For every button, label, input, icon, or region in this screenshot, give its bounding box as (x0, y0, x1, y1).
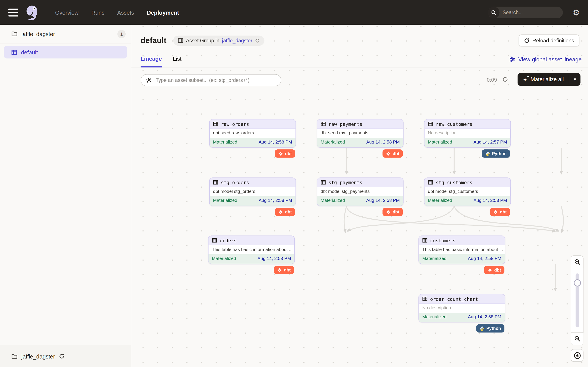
lineage-edges (131, 71, 588, 367)
asset-materialized-date: Aug 14, 2:58 PM (366, 139, 400, 146)
dbt-logo-icon (386, 209, 391, 214)
reload-definitions-button[interactable]: Reload definitions (519, 34, 579, 47)
asset-description: dbt model stg_customers (424, 187, 510, 196)
asset-name: stg_orders (221, 180, 249, 185)
sidebar-item-default-group[interactable]: default (4, 46, 127, 58)
asset-description: dbt seed raw_orders (209, 129, 295, 138)
asset-materialized-date: Aug 14, 2:58 PM (468, 256, 501, 262)
asset-name: raw_payments (329, 121, 363, 127)
dagster-app: Overview Runs Assets Deployment / ⚙ jaff (0, 0, 588, 367)
python-logo-icon (485, 151, 490, 156)
table-icon (428, 180, 433, 185)
asset-description: dbt model stg_orders (209, 187, 295, 196)
hamburger-menu-icon[interactable] (8, 8, 18, 17)
python-badge: Python (482, 150, 510, 158)
download-graph-button[interactable] (571, 349, 583, 362)
materialize-all-split-button: ✦ Materialize all ▼ (518, 73, 580, 86)
search-box[interactable]: / (488, 7, 563, 18)
asset-graph-icon (146, 77, 152, 83)
dbt-badge: dbt (490, 208, 510, 216)
materialize-dropdown-caret[interactable]: ▼ (569, 73, 580, 86)
materialize-all-button[interactable]: ✦ Materialize all (518, 73, 569, 86)
asset-group-pill[interactable]: Asset Group in jaffle_dagster (173, 35, 264, 45)
reload-repo-icon[interactable] (59, 353, 65, 359)
asset-node-raw-payments[interactable]: raw_payments dbt seed raw_payments Mater… (317, 119, 404, 148)
tab-list[interactable]: List (173, 56, 182, 67)
asset-name: stg_payments (329, 180, 363, 185)
table-icon (422, 296, 427, 301)
zoom-slider-handle[interactable] (574, 279, 581, 287)
asset-group-icon (11, 49, 17, 55)
asset-node-stg-payments[interactable]: stg_payments dbt model stg_payments Mate… (317, 178, 404, 206)
main-header: default Asset Group in jaffle_dagster Re… (131, 25, 588, 46)
nav-overview[interactable]: Overview (55, 9, 78, 16)
primary-nav: Overview Runs Assets Deployment (55, 9, 179, 16)
search-input[interactable] (500, 10, 563, 15)
asset-status: Materialized (321, 198, 345, 204)
dagster-logo-icon[interactable] (24, 4, 40, 21)
asset-materialized-date: Aug 14, 2:58 PM (468, 314, 501, 320)
table-icon (213, 121, 218, 126)
asset-subset-filter[interactable] (141, 74, 281, 86)
footer-repo-name: jaffle_dagster (21, 353, 55, 359)
dbt-badge: dbt (484, 266, 504, 274)
asset-status: Materialized (213, 139, 237, 146)
refresh-icon[interactable] (255, 38, 260, 43)
folder-icon (11, 31, 17, 37)
asset-status: Materialized (422, 256, 447, 262)
table-icon (321, 180, 326, 185)
asset-materialized-date: Aug 14, 2:58 PM (258, 256, 291, 262)
asset-materialized-date: Aug 14, 2:58 PM (473, 198, 507, 204)
asset-name: customers (430, 238, 455, 243)
search-icon (488, 7, 500, 18)
asset-materialized-date: Aug 14, 2:58 PM (259, 198, 292, 204)
asset-description: This table has basic information about .… (419, 245, 505, 254)
asset-node-raw-customers[interactable]: raw_customers No description Materialize… (424, 119, 511, 148)
dbt-logo-icon (278, 151, 283, 156)
asset-node-stg-orders[interactable]: stg_orders dbt model stg_orders Material… (209, 178, 296, 206)
gear-icon[interactable]: ⚙ (573, 8, 580, 17)
lineage-graph[interactable]: 0:09 ✦ Materialize all ▼ raw_orders dbt … (131, 71, 588, 367)
tab-lineage[interactable]: Lineage (141, 56, 162, 67)
dbt-badge: dbt (275, 150, 295, 158)
dbt-badge: dbt (383, 150, 403, 158)
zoom-out-button[interactable] (571, 333, 583, 345)
nav-right: / ⚙ (488, 7, 580, 18)
graph-refresh-icon[interactable] (502, 76, 508, 82)
zoom-in-button[interactable] (571, 255, 583, 268)
asset-name: raw_orders (221, 121, 249, 127)
dbt-logo-icon (386, 151, 391, 156)
top-nav: Overview Runs Assets Deployment / ⚙ (0, 0, 588, 25)
zoom-slider[interactable] (571, 268, 583, 333)
asset-description: No description (424, 129, 510, 138)
nav-deployment[interactable]: Deployment (147, 9, 179, 16)
asset-node-stg-customers[interactable]: stg_customers dbt model stg_customers Ma… (424, 178, 511, 206)
table-icon (321, 121, 326, 126)
table-icon (212, 238, 217, 243)
folder-icon (11, 353, 17, 359)
asset-node-raw-orders[interactable]: raw_orders dbt seed raw_orders Materiali… (209, 119, 296, 148)
asset-node-customers[interactable]: customers This table has basic informati… (418, 235, 505, 264)
page-title: default (141, 36, 166, 45)
table-icon (213, 180, 218, 185)
sidebar-repo-row[interactable]: jaffle_dagster 1 (0, 25, 131, 43)
asset-description: This table has basic information about .… (208, 245, 294, 254)
asset-node-order-count-chart[interactable]: order_count_chart No description Materia… (418, 294, 505, 322)
python-logo-icon (480, 326, 484, 331)
asset-node-orders[interactable]: orders This table has basic information … (208, 235, 295, 264)
nav-assets[interactable]: Assets (117, 9, 134, 16)
dbt-logo-icon (493, 209, 498, 214)
asset-materialized-date: Aug 14, 2:58 PM (366, 198, 400, 204)
asset-name: orders (220, 238, 237, 243)
table-icon (422, 238, 427, 243)
asset-materialized-date: Aug 14, 2:58 PM (259, 139, 292, 146)
python-badge: Python (476, 324, 504, 333)
asset-status: Materialized (428, 139, 452, 146)
nav-runs[interactable]: Runs (91, 9, 104, 16)
dbt-logo-icon (277, 267, 282, 272)
view-global-asset-lineage-link[interactable]: View global asset lineage (510, 56, 582, 67)
repo-count-badge: 1 (117, 30, 126, 38)
asset-group-repo-link[interactable]: jaffle_dagster (222, 38, 252, 43)
asset-status: Materialized (213, 198, 237, 204)
asset-subset-input[interactable] (155, 77, 276, 83)
